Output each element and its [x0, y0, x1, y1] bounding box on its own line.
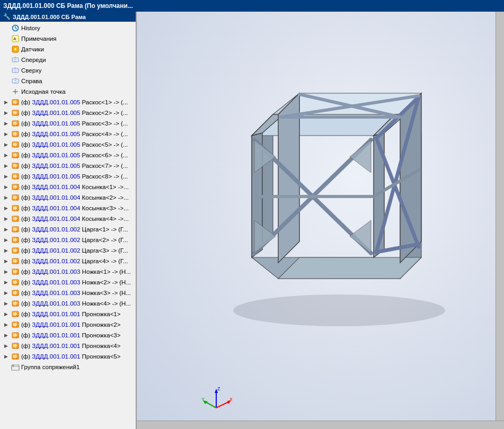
model-svg — [193, 51, 480, 347]
item-icon-part — [11, 225, 20, 234]
item-icon-part — [11, 299, 20, 308]
expand-arrow[interactable]: ▶ — [4, 131, 10, 137]
item-label: (ф) ЗДДД.001.01.003 Ножка<2> -> (Н... — [21, 279, 134, 285]
tree-item-right[interactable]: Справа — [0, 76, 136, 86]
item-label: Исходная точка — [21, 88, 134, 95]
expand-arrow[interactable]: ▶ — [4, 354, 10, 359]
item-icon-part — [11, 140, 20, 149]
item-icon-part — [11, 352, 20, 361]
tree-item-r3[interactable]: ▶(ф) ЗДДД.001.01.005 Раскос<3> -> (... — [0, 118, 136, 129]
item-label: (ф) ЗДДД.001.01.002 Царга<3> -> (Г... — [21, 247, 134, 254]
item-icon-part — [11, 289, 20, 297]
item-label: Сверху — [21, 67, 134, 74]
item-icon-part — [11, 172, 20, 181]
item-label: (ф) ЗДДД.001.01.005 Раскос<1> -> (... — [21, 99, 134, 105]
tree-item-n1[interactable]: ▶(ф) ЗДДД.001.01.003 Ножка<1> -> (Н... — [0, 266, 136, 277]
item-icon-note: A — [11, 34, 20, 43]
expand-arrow[interactable]: ▶ — [4, 142, 10, 147]
tree-item-c3[interactable]: ▶(ф) ЗДДД.001.01.002 Царга<3> -> (Г... — [0, 245, 136, 256]
item-label: (ф) ЗДДД.001.01.005 Раскос<8> -> (... — [21, 173, 134, 180]
vertical-scrollbar[interactable] — [496, 12, 504, 421]
tree-container[interactable]: History AПримечания Датчики Спереди Свер… — [0, 22, 136, 429]
tree-item-front[interactable]: Спереди — [0, 55, 136, 65]
expand-arrow[interactable]: ▶ — [4, 195, 10, 200]
item-label: (ф) ЗДДД.001.01.003 Ножка<3> -> (Н... — [21, 290, 134, 296]
tree-item-k3[interactable]: ▶(ф) ЗДДД.001.01.004 Косынка<3> ->... — [0, 203, 136, 213]
tree-item-p5[interactable]: ▶(ф) ЗДДД.001.01.001 Проножка<5> — [0, 351, 136, 362]
tree-item-n2[interactable]: ▶(ф) ЗДДД.001.01.003 Ножка<2> -> (Н... — [0, 277, 136, 288]
tree-item-notes[interactable]: AПримечания — [0, 33, 136, 44]
svg-text:Y: Y — [201, 397, 205, 402]
tree-item-group1[interactable]: Группа сопряжений1 — [0, 362, 136, 372]
expand-arrow[interactable]: ▶ — [4, 163, 10, 168]
expand-arrow[interactable]: ▶ — [4, 100, 10, 105]
tree-item-c4[interactable]: ▶(ф) ЗДДД.001.01.002 Царга<4> -> (Г... — [0, 256, 136, 266]
item-icon-part — [11, 162, 20, 170]
viewport[interactable]: Z X Y — [137, 12, 504, 429]
tree-item-r5[interactable]: ▶(ф) ЗДДД.001.01.005 Раскос<5> -> (... — [0, 139, 136, 150]
expand-arrow[interactable]: ▶ — [4, 153, 10, 158]
expand-arrow[interactable]: ▶ — [4, 216, 10, 221]
expand-arrow[interactable]: ▶ — [4, 174, 10, 179]
item-icon-part — [11, 320, 20, 329]
svg-point-4 — [14, 48, 16, 50]
tree-item-r6[interactable]: ▶(ф) ЗДДД.001.01.005 Раскос<6> -> (... — [0, 150, 136, 160]
item-icon-part — [11, 267, 20, 276]
tree-item-p1[interactable]: ▶(ф) ЗДДД.001.01.001 Проножка<1> — [0, 309, 136, 319]
item-label: History — [21, 25, 134, 31]
svg-text:X: X — [229, 397, 232, 402]
item-label: Группа сопряжений1 — [21, 364, 134, 370]
expand-arrow[interactable]: ▶ — [4, 301, 10, 306]
expand-arrow[interactable]: ▶ — [4, 311, 10, 317]
tree-item-c2[interactable]: ▶(ф) ЗДДД.001.01.002 Царга<2> -> (Г... — [0, 235, 136, 245]
expand-arrow[interactable]: ▶ — [4, 110, 10, 115]
tree-item-history[interactable]: History — [0, 23, 136, 33]
tree-item-p3[interactable]: ▶(ф) ЗДДД.001.01.001 Проножка<3> — [0, 330, 136, 341]
item-label: (ф) ЗДДД.001.01.004 Косынка<3> ->... — [21, 205, 134, 211]
tree-item-top[interactable]: Сверху — [0, 65, 136, 76]
tree-item-n4[interactable]: ▶(ф) ЗДДД.001.01.003 Ножка<4> -> (Н... — [0, 298, 136, 309]
expand-arrow[interactable]: ▶ — [4, 280, 10, 285]
expand-arrow[interactable]: ▶ — [4, 237, 10, 243]
axes-indicator: Z X Y — [200, 381, 232, 413]
tree-item-k4[interactable]: ▶(ф) ЗДДД.001.01.004 Косынка<4> ->... — [0, 213, 136, 224]
item-label: Примечания — [21, 35, 134, 42]
item-icon-plane — [11, 77, 20, 85]
tree-item-r8[interactable]: ▶(ф) ЗДДД.001.01.005 Раскос<8> -> (... — [0, 171, 136, 182]
item-icon-part — [11, 246, 20, 255]
expand-arrow[interactable]: ▶ — [4, 121, 10, 126]
expand-arrow[interactable]: ▶ — [4, 333, 10, 338]
expand-arrow[interactable]: ▶ — [4, 269, 10, 274]
tree-item-r4[interactable]: ▶(ф) ЗДДД.001.01.005 Раскос<4> -> (... — [0, 129, 136, 139]
tree-item-c1[interactable]: ▶(ф) ЗДДД.001.01.002 Царга<1> -> (Г... — [0, 224, 136, 235]
horizontal-scrollbar[interactable] — [137, 421, 504, 429]
tree-item-sensors[interactable]: Датчики — [0, 44, 136, 55]
tree-item-r7[interactable]: ▶(ф) ЗДДД.001.01.005 Раскос<7> -> (... — [0, 160, 136, 171]
item-label: Справа — [21, 78, 134, 84]
expand-arrow[interactable]: ▶ — [4, 258, 10, 264]
tree-item-p2[interactable]: ▶(ф) ЗДДД.001.01.001 Проножка<2> — [0, 319, 136, 330]
expand-arrow[interactable]: ▶ — [4, 322, 10, 327]
svg-line-70 — [216, 401, 229, 408]
expand-arrow[interactable]: ▶ — [4, 205, 10, 211]
expand-arrow[interactable]: ▶ — [4, 290, 10, 296]
tree-item-p4[interactable]: ▶(ф) ЗДДД.001.01.001 Проножка<4> — [0, 341, 136, 351]
item-label: (ф) ЗДДД.001.01.001 Проножка<1> — [21, 311, 134, 317]
item-icon-group — [11, 363, 20, 371]
tree-item-origin[interactable]: Исходная точка — [0, 86, 136, 97]
tree-header-label: ЗДДД.001.01.000 СБ Рама — [13, 14, 86, 20]
item-icon-plane — [11, 56, 20, 64]
tree-item-n3[interactable]: ▶(ф) ЗДДД.001.01.003 Ножка<3> -> (Н... — [0, 288, 136, 298]
expand-arrow[interactable]: ▶ — [4, 184, 10, 190]
tree-item-r1[interactable]: ▶(ф) ЗДДД.001.01.005 Раскос<1> -> (... — [0, 97, 136, 108]
tree-item-k1[interactable]: ▶(ф) ЗДДД.001.01.004 Косынка<1> ->... — [0, 182, 136, 192]
expand-arrow[interactable]: ▶ — [4, 248, 10, 253]
expand-arrow[interactable]: ▶ — [4, 343, 10, 348]
item-label: Спереди — [21, 57, 134, 63]
item-label: (ф) ЗДДД.001.01.005 Раскос<4> -> (... — [21, 131, 134, 137]
tree-header-title: 🔧 — [3, 13, 11, 20]
tree-item-k2[interactable]: ▶(ф) ЗДДД.001.01.004 Косынка<2> ->... — [0, 192, 136, 203]
expand-arrow[interactable]: ▶ — [4, 227, 10, 232]
title-bar: ЗДДД.001.01.000 СБ Рама (По умолчани... — [0, 0, 504, 12]
tree-item-r2[interactable]: ▶(ф) ЗДДД.001.01.005 Раскос<2> -> (... — [0, 108, 136, 118]
